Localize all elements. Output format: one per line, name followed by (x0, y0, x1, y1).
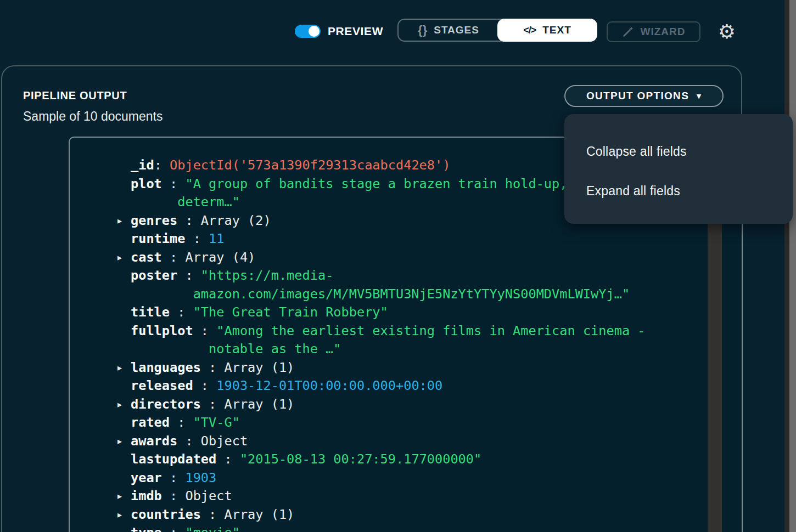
tab-stages-label: STAGES (434, 24, 479, 36)
document-line: lastupdated : "2015-08-13 00:27:59.17700… (117, 450, 703, 469)
doc-field-key: title (131, 304, 170, 320)
doc-field-key: imdb (131, 488, 162, 503)
tab-stages[interactable]: {} STAGES (399, 20, 498, 41)
doc-field-key: year (131, 470, 162, 485)
doc-field-value: Array (4) (185, 250, 255, 265)
doc-field-key: type (131, 525, 162, 532)
doc-field-value: "movie" (185, 525, 239, 532)
document-line: ▸imdb : Object (117, 487, 703, 506)
expand-caret-icon[interactable]: ▸ (117, 506, 131, 524)
doc-field-value: amazon.com/images/M/MV5BMTU3NjE5NzYtYTYy… (131, 286, 630, 302)
document-line: poster : "https://m.media- (117, 267, 703, 285)
doc-field-value: : (193, 378, 217, 393)
doc-field-value: : (170, 415, 193, 430)
doc-field-value: : (177, 433, 201, 449)
doc-field-key: languages (131, 360, 201, 375)
document-line: type : "movie" (117, 524, 703, 532)
doc-field-value: : (201, 360, 225, 375)
doc-field-value: Array (1) (224, 507, 294, 522)
output-options-button[interactable]: OUTPUT OPTIONS ▾ (564, 85, 724, 107)
output-options-menu-item[interactable]: Collapse all fields (564, 142, 793, 161)
toolbar: PREVIEW {} STAGES </> TEXT WIZARD ⚙ (0, 0, 785, 66)
expand-caret-icon[interactable]: ▸ (117, 248, 131, 267)
document-line: rated : "TV-G" (117, 414, 703, 432)
doc-field-value: determ…" (131, 194, 240, 210)
caret-down-icon: ▾ (697, 91, 702, 101)
expand-caret-icon[interactable]: ▸ (117, 212, 131, 230)
doc-field-value: : (177, 213, 201, 228)
doc-field-value: : (216, 451, 240, 467)
doc-field-key: fullplot (131, 323, 193, 338)
doc-field-value: Object (201, 433, 248, 449)
doc-field-value: "A group of bandits stage a brazen train… (185, 176, 567, 191)
doc-field-value: : (162, 470, 186, 485)
document-line: runtime : 11 (117, 230, 703, 248)
document-line: title : "The Great Train Robbery" (117, 303, 703, 322)
doc-field-value: : (154, 157, 170, 173)
document-line: ▸cast : Array (4) (117, 248, 703, 267)
document-line: ▸countries : Array (1) (117, 506, 703, 524)
curly-braces-icon: {} (418, 23, 427, 37)
preview-toggle-knob (309, 26, 319, 37)
document-line: amazon.com/images/M/MV5BMTU3NjE5NzYtYTYy… (117, 285, 703, 304)
wizard-button[interactable]: WIZARD (607, 21, 700, 42)
doc-field-value: 11 (209, 231, 224, 246)
doc-field-key: rated (131, 415, 170, 430)
doc-field-value: "https://m.media- (201, 268, 333, 283)
doc-field-value: : (193, 323, 217, 338)
doc-field-value: "TV-G" (193, 415, 240, 430)
doc-field-key: directors (131, 397, 201, 412)
doc-field-value: : (162, 525, 186, 532)
doc-field-key: _id (131, 157, 154, 173)
doc-field-key: cast (131, 250, 162, 265)
doc-field-value: : (170, 304, 193, 320)
code-brackets-icon: </> (523, 25, 536, 36)
doc-field-key: lastupdated (131, 451, 216, 467)
tab-text[interactable]: </> TEXT (497, 19, 597, 42)
doc-field-value: : (177, 268, 201, 283)
output-options-menu: Collapse all fieldsExpand all fields (564, 114, 793, 224)
settings-gear-icon[interactable]: ⚙ (716, 21, 738, 43)
doc-field-key: genres (131, 213, 177, 228)
doc-field-value: : (201, 507, 225, 522)
doc-field-value: Array (2) (201, 213, 271, 228)
right-edge-divider (784, 0, 789, 532)
expand-caret-icon[interactable]: ▸ (117, 432, 131, 451)
doc-field-value: notable as the …" (131, 341, 341, 356)
doc-field-value: "Among the earliest existing films in Am… (216, 323, 645, 338)
doc-field-value: : (162, 488, 186, 503)
expand-caret-icon[interactable]: ▸ (117, 395, 131, 414)
expand-caret-icon[interactable]: ▸ (117, 487, 131, 506)
doc-field-key: plot (131, 176, 162, 191)
document-line: ▸directors : Array (1) (117, 395, 703, 414)
doc-field-key: countries (131, 507, 201, 522)
doc-field-key: poster (131, 268, 177, 283)
preview-toggle-label: PREVIEW (328, 25, 383, 38)
magic-wand-icon (622, 26, 634, 38)
output-options-menu-item[interactable]: Expand all fields (564, 181, 793, 201)
right-edge-scrollbar[interactable] (789, 0, 796, 532)
doc-field-value: Array (1) (224, 397, 294, 412)
doc-field-value: "The Great Train Robbery" (193, 304, 388, 320)
doc-field-key: awards (131, 433, 177, 449)
document-line: year : 1903 (117, 469, 703, 488)
preview-toggle-group: PREVIEW (295, 25, 383, 38)
doc-field-value: Array (1) (224, 360, 294, 375)
expand-caret-icon[interactable]: ▸ (117, 359, 131, 377)
document-line: notable as the …" (117, 340, 703, 359)
document-line: fullplot : "Among the earliest existing … (117, 322, 703, 341)
preview-toggle[interactable] (295, 25, 321, 38)
stages-text-segmented-control: {} STAGES </> TEXT (397, 19, 597, 42)
doc-field-value: : (201, 397, 225, 412)
output-options-label: OUTPUT OPTIONS (586, 90, 689, 102)
doc-field-value: "2015-08-13 00:27:59.177000000" (240, 451, 481, 467)
document-line: ▸awards : Object (117, 432, 703, 451)
doc-field-value: : (162, 250, 186, 265)
sample-count-text: Sample of 10 documents (23, 109, 162, 124)
document-line: released : 1903-12-01T00:00:00.000+00:00 (117, 377, 703, 395)
tab-text-label: TEXT (542, 24, 571, 36)
doc-field-value: : (162, 176, 186, 191)
doc-field-key: released (131, 378, 193, 393)
doc-field-value: Object (185, 488, 232, 503)
doc-field-value: ObjectId('573a1390f29313caabcd42e8') (170, 157, 450, 173)
